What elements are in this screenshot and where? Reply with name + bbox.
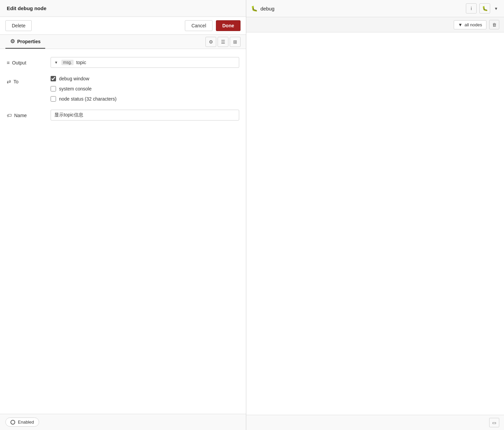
filter-label: all nodes xyxy=(465,22,482,27)
info-button[interactable]: i xyxy=(466,3,477,14)
edit-header: Edit debug node xyxy=(0,0,246,17)
name-label: 🏷 Name xyxy=(7,110,51,118)
tab-properties-label: Properties xyxy=(17,39,40,44)
delete-button[interactable]: Delete xyxy=(5,20,32,31)
filter-button[interactable]: ▼ all nodes xyxy=(454,20,486,29)
name-control xyxy=(51,110,239,120)
tabs-row: ⚙ Properties ⚙ ☰ ⊞ xyxy=(0,35,246,49)
right-header: 🐛 debug i 🐛 ▾ xyxy=(246,0,504,17)
tab-doc-button[interactable]: ☰ xyxy=(218,37,228,47)
dropdown-arrow-icon: ▼ xyxy=(54,60,58,64)
to-control: debug window system console node status … xyxy=(51,76,239,102)
bug-button[interactable]: 🐛 xyxy=(479,3,490,14)
output-value: topic xyxy=(76,60,86,65)
right-footer: ▭ xyxy=(246,415,504,430)
output-select[interactable]: ▼ msg. topic xyxy=(51,57,239,68)
clear-button[interactable]: 🗑 xyxy=(489,20,499,29)
to-row: ⇄ To debug window system console node s xyxy=(7,76,239,102)
tab-properties[interactable]: ⚙ Properties xyxy=(5,35,45,49)
done-button[interactable]: Done xyxy=(216,20,241,31)
tag-icon: 🏷 xyxy=(7,112,12,118)
right-title: debug xyxy=(260,6,463,11)
checkbox-debug-window[interactable]: debug window xyxy=(51,76,239,81)
checkbox-system-label: system console xyxy=(59,86,91,91)
bug-icon: 🐛 xyxy=(482,6,488,11)
left-footer: Enabled xyxy=(0,414,246,430)
shuffle-icon: ⇄ xyxy=(7,79,11,85)
output-prefix: msg. xyxy=(61,60,74,65)
enabled-button[interactable]: Enabled xyxy=(5,418,39,427)
checkbox-system-input[interactable] xyxy=(51,86,56,91)
output-row: ≡ Output ▼ msg. topic xyxy=(7,57,239,68)
to-label: ⇄ To xyxy=(7,76,51,85)
output-control: ▼ msg. topic xyxy=(51,57,239,68)
tab-settings-button[interactable]: ⚙ xyxy=(205,37,216,47)
doc-icon: ☰ xyxy=(221,39,225,45)
enabled-circle-icon xyxy=(10,420,15,425)
checkbox-debug-label: debug window xyxy=(59,76,89,81)
list-icon: ≡ xyxy=(7,60,10,65)
tab-grid-button[interactable]: ⊞ xyxy=(230,37,241,47)
output-label: ≡ Output xyxy=(7,57,51,65)
grid-icon: ⊞ xyxy=(233,39,237,45)
debug-output-area xyxy=(246,32,504,415)
settings-icon: ⚙ xyxy=(209,39,213,45)
toolbar: Delete Cancel Done xyxy=(0,17,246,35)
filter-row: ▼ all nodes 🗑 xyxy=(246,17,504,32)
trash-icon: 🗑 xyxy=(492,22,497,27)
cancel-button[interactable]: Cancel xyxy=(185,20,213,31)
checkbox-node-input[interactable] xyxy=(51,96,56,102)
checkbox-system-console[interactable]: system console xyxy=(51,86,239,91)
filter-icon: ▼ xyxy=(458,22,463,27)
gear-icon: ⚙ xyxy=(10,38,15,45)
chevron-button[interactable]: ▾ xyxy=(493,4,499,12)
enabled-label: Enabled xyxy=(18,420,34,425)
name-input[interactable] xyxy=(51,110,239,120)
form-body: ≡ Output ▼ msg. topic ⇄ To xyxy=(0,49,246,414)
name-row: 🏷 Name xyxy=(7,110,239,120)
checkbox-group: debug window system console node status … xyxy=(51,76,239,102)
checkbox-node-label: node status (32 characters) xyxy=(59,96,116,102)
terminal-button[interactable]: ▭ xyxy=(489,418,499,427)
checkbox-debug-input[interactable] xyxy=(51,76,56,81)
terminal-icon: ▭ xyxy=(492,420,496,425)
debug-node-icon: 🐛 xyxy=(251,5,258,12)
chevron-down-icon: ▾ xyxy=(495,6,497,11)
checkbox-node-status[interactable]: node status (32 characters) xyxy=(51,96,239,102)
info-icon: i xyxy=(471,6,472,11)
